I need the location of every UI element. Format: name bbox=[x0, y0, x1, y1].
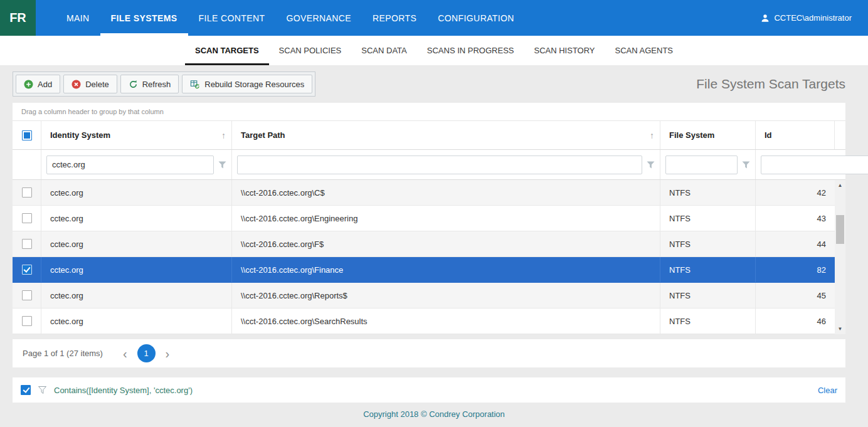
select-all-checkbox[interactable] bbox=[22, 130, 32, 140]
table-row[interactable]: cctec.org \\cct-2016.cctec.org\F$ NTFS 4… bbox=[13, 231, 835, 257]
column-header-file-system[interactable]: File System bbox=[660, 121, 756, 149]
current-page-button[interactable]: 1 bbox=[137, 344, 156, 362]
clear-filter-link[interactable]: Clear bbox=[818, 386, 837, 395]
nav-item-reports[interactable]: REPORTS bbox=[362, 0, 427, 36]
cell-identity-system: cctec.org bbox=[41, 257, 232, 282]
delete-button-label: Delete bbox=[85, 80, 109, 89]
row-checkbox[interactable] bbox=[22, 316, 32, 326]
nav-item-main[interactable]: MAIN bbox=[56, 0, 100, 36]
tab-scan-agents[interactable]: SCAN AGENTS bbox=[605, 36, 683, 65]
row-select-cell bbox=[13, 206, 41, 231]
target-path-filter-input[interactable] bbox=[237, 156, 642, 174]
scroll-down-button[interactable]: ▼ bbox=[835, 324, 845, 334]
row-select-cell bbox=[13, 257, 41, 282]
pager: Page 1 of 1 (27 items) ‹ 1 › bbox=[13, 339, 845, 367]
table-row[interactable]: cctec.org \\cct-2016.cctec.org\Engineeri… bbox=[13, 206, 835, 231]
row-checkbox[interactable] bbox=[22, 265, 32, 275]
toolbar-button-group: Add Delete Refresh Rebuild Sto bbox=[13, 71, 315, 97]
tab-scan-history[interactable]: SCAN HISTORY bbox=[524, 36, 605, 65]
id-filter-input[interactable] bbox=[761, 156, 868, 174]
user-menu[interactable]: CCTEC\administrator bbox=[761, 0, 852, 36]
refresh-button-label: Refresh bbox=[142, 80, 171, 89]
column-header-target-path[interactable]: Target Path ↑ bbox=[232, 121, 660, 149]
cell-file-system: NTFS bbox=[660, 206, 756, 231]
cell-identity-system: cctec.org bbox=[41, 206, 232, 231]
tab-scans-in-progress[interactable]: SCANS IN PROGRESS bbox=[417, 36, 524, 65]
top-bar: FR MAIN FILE SYSTEMS FILE CONTENT GOVERN… bbox=[0, 0, 868, 36]
cell-file-system: NTFS bbox=[660, 308, 756, 334]
row-select-cell bbox=[13, 283, 41, 308]
page-title: File System Scan Targets bbox=[696, 76, 845, 92]
filter-enabled-checkbox[interactable] bbox=[21, 385, 31, 395]
grid-header-row: Identity System ↑ Target Path ↑ File Sys… bbox=[13, 121, 845, 150]
rebuild-storage-icon bbox=[190, 80, 200, 89]
filter-expression[interactable]: Contains([Identity System], 'cctec.org') bbox=[54, 386, 193, 395]
filter-funnel-icon[interactable] bbox=[647, 161, 655, 169]
tab-scan-data[interactable]: SCAN DATA bbox=[351, 36, 416, 65]
identity-system-filter-input[interactable] bbox=[46, 156, 214, 174]
row-checkbox[interactable] bbox=[22, 187, 32, 198]
column-header-id[interactable]: Id bbox=[756, 121, 835, 149]
cell-identity-system: cctec.org bbox=[41, 308, 232, 334]
table-row[interactable]: cctec.org \\cct-2016.cctec.org\Reports$ … bbox=[13, 283, 835, 308]
grid-body: cctec.org \\cct-2016.cctec.org\C$ NTFS 4… bbox=[13, 180, 845, 334]
nav-item-governance[interactable]: GOVERNANCE bbox=[275, 0, 362, 36]
next-page-button[interactable]: › bbox=[162, 347, 174, 360]
toolbar: Add Delete Refresh Rebuild Sto bbox=[0, 65, 868, 103]
column-header-label: File System bbox=[669, 130, 714, 140]
row-checkbox[interactable] bbox=[22, 213, 32, 223]
refresh-button[interactable]: Refresh bbox=[120, 75, 179, 93]
select-all-header-cell bbox=[13, 121, 41, 149]
table-row[interactable]: cctec.org \\cct-2016.cctec.org\C$ NTFS 4… bbox=[13, 180, 835, 206]
sort-ascending-icon: ↑ bbox=[221, 130, 226, 140]
filter-funnel-icon[interactable] bbox=[218, 161, 226, 169]
cell-file-system: NTFS bbox=[660, 257, 756, 282]
cell-file-system: NTFS bbox=[660, 231, 756, 256]
column-header-identity-system[interactable]: Identity System ↑ bbox=[41, 121, 232, 149]
row-checkbox[interactable] bbox=[22, 290, 32, 300]
scrollbar-thumb[interactable] bbox=[836, 215, 844, 244]
column-header-label: Target Path bbox=[241, 130, 285, 140]
delete-button[interactable]: Delete bbox=[63, 75, 117, 93]
cell-file-system: NTFS bbox=[660, 180, 756, 205]
nav-item-file-content[interactable]: FILE CONTENT bbox=[188, 0, 276, 36]
cell-identity-system: cctec.org bbox=[41, 231, 232, 256]
table-row[interactable]: cctec.org \\cct-2016.cctec.org\SearchRes… bbox=[13, 308, 835, 334]
header-spacer bbox=[835, 121, 845, 149]
user-label: CCTEC\administrator bbox=[774, 13, 852, 23]
grid-filter-row bbox=[13, 150, 845, 180]
file-system-filter-input[interactable] bbox=[665, 156, 738, 174]
add-button-label: Add bbox=[38, 80, 52, 89]
filter-funnel-icon[interactable] bbox=[742, 161, 750, 169]
rebuild-storage-resources-button[interactable]: Rebuild Storage Resources bbox=[182, 75, 312, 93]
cell-target-path: \\cct-2016.cctec.org\Finance bbox=[232, 257, 660, 282]
sort-ascending-icon: ↑ bbox=[650, 130, 654, 140]
table-row[interactable]: cctec.org \\cct-2016.cctec.org\Finance N… bbox=[13, 257, 835, 283]
previous-page-button[interactable]: ‹ bbox=[119, 347, 131, 360]
filter-cell-id bbox=[756, 150, 868, 179]
cell-target-path: \\cct-2016.cctec.org\Engineering bbox=[232, 206, 660, 231]
add-button[interactable]: Add bbox=[16, 75, 60, 93]
cell-id: 43 bbox=[756, 206, 835, 231]
column-header-label: Identity System bbox=[50, 130, 110, 140]
cell-identity-system: cctec.org bbox=[41, 283, 232, 308]
row-select-cell bbox=[13, 308, 41, 334]
cell-target-path: \\cct-2016.cctec.org\C$ bbox=[232, 180, 660, 205]
cell-id: 46 bbox=[756, 308, 835, 334]
filter-cell-target-path bbox=[232, 150, 660, 179]
nav-item-configuration[interactable]: CONFIGURATION bbox=[427, 0, 525, 36]
row-checkbox[interactable] bbox=[22, 239, 32, 249]
delete-icon bbox=[71, 80, 81, 89]
tab-scan-policies[interactable]: SCAN POLICIES bbox=[269, 36, 352, 65]
refresh-icon bbox=[129, 80, 138, 89]
cell-id: 42 bbox=[756, 180, 835, 205]
group-by-hint: Drag a column header to group by that co… bbox=[13, 103, 845, 121]
tab-scan-targets[interactable]: SCAN TARGETS bbox=[185, 36, 269, 65]
filter-bar: Contains([Identity System], 'cctec.org')… bbox=[13, 377, 845, 403]
cell-id: 82 bbox=[756, 257, 835, 282]
scan-targets-grid: Drag a column header to group by that co… bbox=[13, 103, 845, 334]
grid-scrollbar[interactable]: ▲ ▼ bbox=[835, 180, 845, 334]
scroll-up-button[interactable]: ▲ bbox=[835, 180, 845, 191]
nav-item-file-systems[interactable]: FILE SYSTEMS bbox=[100, 0, 188, 36]
user-icon bbox=[761, 14, 770, 23]
